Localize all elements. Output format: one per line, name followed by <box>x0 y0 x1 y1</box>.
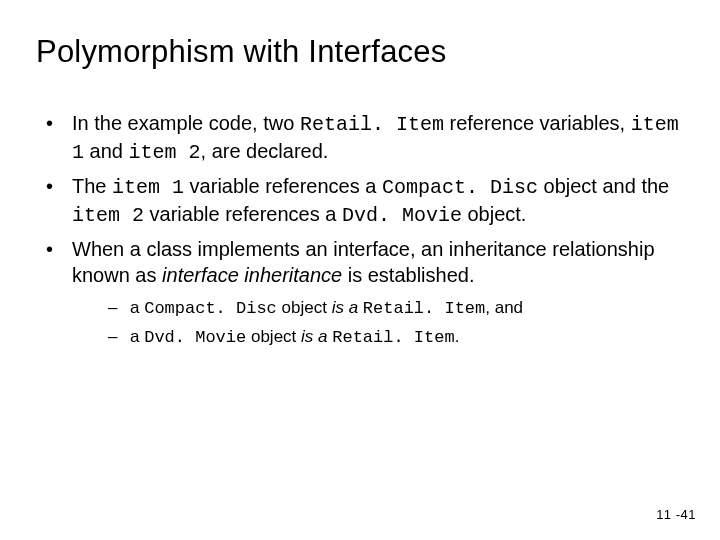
text: object <box>277 298 332 317</box>
emphasis: interface inheritance <box>162 264 342 286</box>
text: variable references a <box>144 203 342 225</box>
slide: Polymorphism with Interfaces In the exam… <box>0 0 720 540</box>
emphasis: is a <box>301 327 327 346</box>
emphasis: is a <box>332 298 358 317</box>
text: a <box>130 327 144 346</box>
code: Dvd. Movie <box>342 204 462 227</box>
text: object. <box>462 203 526 225</box>
text: reference variables, <box>444 112 631 134</box>
sub-item: a Dvd. Movie object is a Retail. Item. <box>72 325 684 351</box>
bullet-item: When a class implements an interface, an… <box>36 236 684 351</box>
bullet-item: In the example code, two Retail. Item re… <box>36 110 684 167</box>
code: Compact. Disc <box>144 299 277 318</box>
code: Retail. Item <box>332 328 454 347</box>
code: Retail. Item <box>363 299 485 318</box>
code: Dvd. Movie <box>144 328 246 347</box>
sub-item: a Compact. Disc object is a Retail. Item… <box>72 296 684 322</box>
sub-list: a Compact. Disc object is a Retail. Item… <box>72 296 684 350</box>
code: Compact. Disc <box>382 176 538 199</box>
text: object <box>246 327 301 346</box>
text: variable references a <box>184 175 382 197</box>
page-number: 11 -41 <box>656 507 696 522</box>
text: In the example code, two <box>72 112 300 134</box>
text: , and <box>485 298 523 317</box>
text: , are declared. <box>201 140 329 162</box>
bullet-item: The item 1 variable references a Compact… <box>36 173 684 230</box>
text: a <box>130 298 144 317</box>
code: item 2 <box>129 141 201 164</box>
text: object and the <box>538 175 669 197</box>
bullet-list: In the example code, two Retail. Item re… <box>36 110 684 351</box>
text: The <box>72 175 112 197</box>
text: and <box>84 140 128 162</box>
code: Retail. Item <box>300 113 444 136</box>
text: is established. <box>342 264 474 286</box>
code: item 2 <box>72 204 144 227</box>
code: item 1 <box>112 176 184 199</box>
text: . <box>455 327 460 346</box>
slide-title: Polymorphism with Interfaces <box>36 34 684 70</box>
